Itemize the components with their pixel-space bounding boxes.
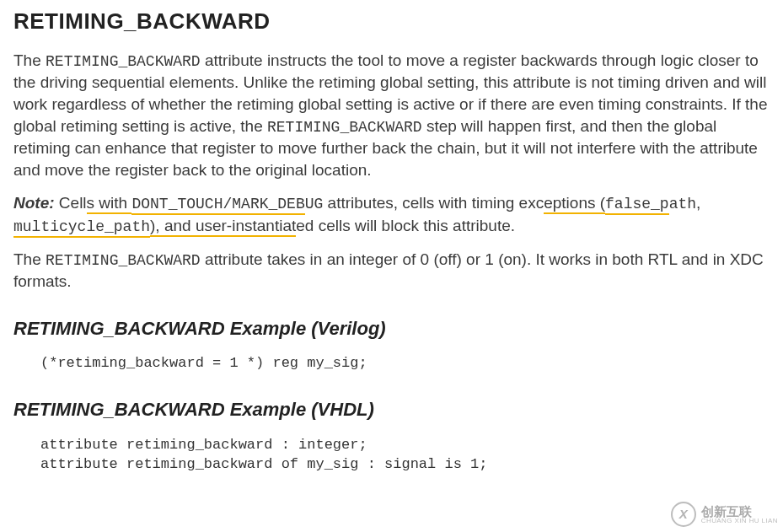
text-span: Cell: [59, 194, 87, 212]
description-paragraph-1: The RETIMING_BACKWARD attribute instruct…: [13, 50, 770, 180]
code-retiming-backward: RETIMING_BACKWARD: [46, 252, 201, 269]
code-false-path: false_p: [605, 196, 669, 215]
highlight-span: s with: [87, 194, 132, 214]
heading-example-verilog: RETIMING_BACKWARD Example (Verilog): [13, 316, 770, 341]
note-paragraph: Note: Cells with DONT_TOUCH/MARK_DEBUG a…: [13, 192, 770, 237]
code-mark-debug: MARK_DEB: [232, 196, 304, 215]
watermark-cn: 创新互联: [701, 505, 778, 518]
highlight-span: eptions (: [544, 194, 605, 214]
code-mark-debug-tail: UG: [305, 196, 324, 212]
code-false-path-tail: ath: [669, 196, 696, 212]
code-retiming-backward: RETIMING_BACKWARD: [46, 53, 201, 70]
code-block-vhdl: attribute retiming_backward : integer; a…: [13, 436, 770, 475]
watermark-text: 创新互联 CHUANG XIN HU LIAN: [701, 505, 778, 524]
code-dont-touch: DONT_TOUCH: [131, 196, 223, 215]
watermark-pinyin: CHUANG XIN HU LIAN: [701, 518, 778, 524]
code-retiming-backward: RETIMING_BACKWARD: [267, 119, 422, 136]
note-label: Note:: [13, 194, 55, 212]
text-span: ed cells will block this attribute.: [296, 217, 515, 234]
text-span: ,: [696, 194, 700, 212]
text-span: The: [13, 51, 46, 69]
code-slash: /: [223, 196, 232, 215]
highlight-span: ), and user-instantiat: [150, 217, 296, 237]
text-span: The: [13, 250, 46, 268]
page-title: RETIMING_BACKWARD: [13, 7, 770, 36]
heading-example-vhdl: RETIMING_BACKWARD Example (VHDL): [13, 397, 770, 422]
code-multicycle-path: multicycle_path: [13, 218, 150, 238]
description-paragraph-2: The RETIMING_BACKWARD attribute takes in…: [13, 249, 770, 293]
text-span: attributes, cells with timing exc: [323, 194, 544, 212]
code-block-verilog: (*retiming_backward = 1 *) reg my_sig;: [13, 354, 770, 373]
watermark-logo-icon: X: [671, 502, 696, 527]
watermark: X 创新互联 CHUANG XIN HU LIAN: [671, 502, 778, 527]
